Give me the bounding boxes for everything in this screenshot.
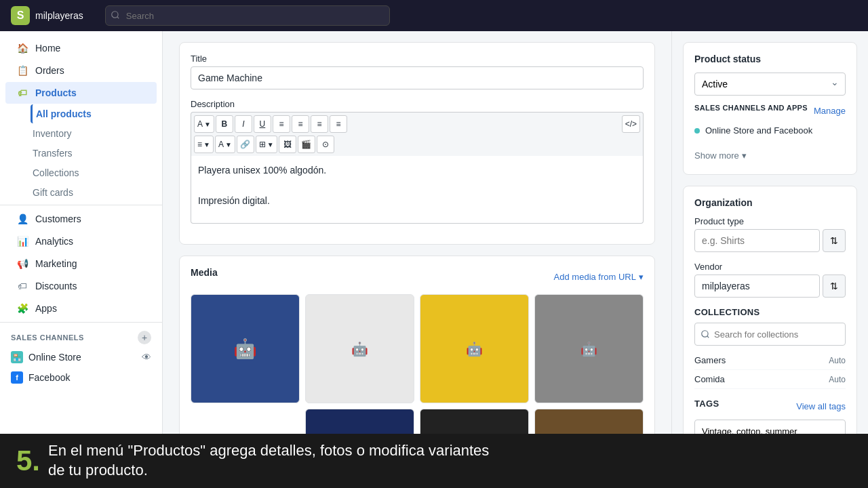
chevron-down-icon: ▾ xyxy=(742,150,747,161)
media-item-4[interactable]: 🤖 xyxy=(534,294,644,403)
media-item-2[interactable]: 🤖 xyxy=(305,294,414,403)
sidebar-item-collections[interactable]: Collections xyxy=(33,163,157,182)
sidebar-item-inventory[interactable]: Inventory xyxy=(33,124,157,143)
organization-card: Organization Product type ⇅ Vendor ⇅ COL… xyxy=(683,186,857,434)
title-card: Title Description A ▼ B I U ≡ ≡ ≡ ≡ xyxy=(179,42,655,245)
vendor-group: Vendor ⇅ xyxy=(694,262,846,298)
discounts-icon: 🏷 xyxy=(16,280,28,292)
online-store-label: Online Store xyxy=(28,352,81,363)
bold-button[interactable]: B xyxy=(216,115,233,133)
store-icon: 🏪 xyxy=(11,351,23,363)
sidebar-item-gift-cards[interactable]: Gift cards xyxy=(33,183,157,202)
table-select[interactable]: ⊞ ▼ xyxy=(256,136,277,153)
main-layout: 🏠 Home 📋 Orders 🏷 Products All products … xyxy=(0,31,868,434)
sidebar-label-marketing: Marketing xyxy=(35,258,77,269)
tshirt-graphic-2: 🤖 xyxy=(306,295,414,403)
svg-line-1 xyxy=(117,17,119,19)
sidebar-item-products[interactable]: 🏷 Products xyxy=(5,82,157,104)
sidebar-item-facebook[interactable]: f Facebook xyxy=(0,367,162,388)
collection-item-comida: Comida Auto xyxy=(694,370,846,389)
sidebar-item-transfers[interactable]: Transfers xyxy=(33,144,157,163)
collection-badge-comida: Auto xyxy=(829,375,846,384)
link-button[interactable]: 🔗 xyxy=(237,136,254,153)
main-content: Title Description A ▼ B I U ≡ ≡ ≡ ≡ xyxy=(163,31,671,434)
vendor-input[interactable] xyxy=(694,274,820,298)
align-right-button[interactable]: ≡ xyxy=(330,115,347,133)
vendor-label: Vendor xyxy=(694,262,846,272)
media-item-5[interactable]: 🤖 xyxy=(305,409,414,434)
media-item-7[interactable]: 🤖 xyxy=(534,409,644,434)
description-editor[interactable]: Playera unisex 100% algodón. Impresión d… xyxy=(191,156,644,224)
bullet-list-button[interactable]: ≡ xyxy=(273,115,290,133)
collections-search-icon xyxy=(701,329,710,339)
sidebar-item-home[interactable]: 🏠 Home xyxy=(5,37,157,59)
product-type-label: Product type xyxy=(694,216,846,226)
collections-title: COLLECTIONS xyxy=(694,307,846,317)
sidebar-item-apps[interactable]: 🧩 Apps xyxy=(5,298,157,319)
italic-button[interactable]: I xyxy=(235,115,252,133)
collections-search-input[interactable] xyxy=(714,329,840,340)
status-select[interactable]: Active Draft xyxy=(694,73,846,96)
editor-toolbar: A ▼ B I U ≡ ≡ ≡ ≡ </> ≡ ▼ A ▼ 🔗 ⊞ xyxy=(191,112,644,156)
video-button[interactable]: 🎬 xyxy=(298,136,315,153)
tags-input[interactable] xyxy=(694,420,846,434)
store-name: milplayeras xyxy=(35,10,83,21)
product-type-stepper[interactable]: ⇅ xyxy=(823,229,846,252)
manage-link[interactable]: Manage xyxy=(814,106,846,116)
organization-title: Organization xyxy=(694,197,846,208)
vendor-stepper[interactable]: ⇅ xyxy=(823,274,846,298)
align-center-button[interactable]: ≡ xyxy=(311,115,328,133)
indent-select[interactable]: ≡ ▼ xyxy=(194,136,214,153)
analytics-icon: 📊 xyxy=(16,235,28,247)
facebook-label: Facebook xyxy=(28,372,70,383)
sidebar-item-all-products[interactable]: All products xyxy=(31,104,157,123)
emoji-button[interactable]: ⊙ xyxy=(317,136,334,153)
add-media-link[interactable]: Add media from URL ▾ xyxy=(554,272,644,282)
view-all-tags-link[interactable]: View all tags xyxy=(796,401,846,411)
title-input[interactable] xyxy=(191,66,644,89)
media-item-6[interactable]: 🤖 xyxy=(420,409,529,434)
tshirt-graphic-6: 🤖 xyxy=(420,409,528,434)
media-item-1[interactable]: 🤖 xyxy=(191,294,300,403)
status-select-wrap: Active Draft xyxy=(694,73,846,96)
font-select[interactable]: A ▼ xyxy=(194,115,214,133)
channels-section: SALES CHANNELS AND APPS Manage Online St… xyxy=(694,104,846,138)
show-more-button[interactable]: Show more ▾ xyxy=(694,148,846,163)
svg-line-3 xyxy=(707,336,709,338)
add-media-label: Add media from URL xyxy=(554,272,636,282)
title-label: Title xyxy=(191,54,644,64)
sidebar-item-customers[interactable]: 👤 Customers xyxy=(5,208,157,230)
collection-name-comida: Comida xyxy=(694,374,725,384)
sidebar-item-online-store[interactable]: 🏪 Online Store 👁 xyxy=(0,347,162,367)
sidebar: 🏠 Home 📋 Orders 🏷 Products All products … xyxy=(0,31,163,434)
description-group: Description A ▼ B I U ≡ ≡ ≡ ≡ </> xyxy=(191,99,644,224)
align-left-button[interactable]: ≡ xyxy=(292,115,309,133)
tshirt-graphic-3: 🤖 xyxy=(420,295,528,403)
svg-point-0 xyxy=(112,12,118,18)
image-button[interactable]: 🖼 xyxy=(279,136,296,153)
sidebar-label-customers: Customers xyxy=(35,214,81,224)
facebook-icon: f xyxy=(11,371,23,384)
orders-icon: 📋 xyxy=(16,64,28,77)
sidebar-item-orders[interactable]: 📋 Orders xyxy=(5,60,157,81)
sidebar-item-discounts[interactable]: 🏷 Discounts xyxy=(5,275,157,297)
product-type-input[interactable] xyxy=(694,229,820,252)
sidebar-label-apps: Apps xyxy=(35,303,57,314)
underline-button[interactable]: U xyxy=(254,115,271,133)
sidebar-item-analytics[interactable]: 📊 Analytics xyxy=(5,230,157,252)
banner-text: En el menú "Productos" agrega detalles, … xyxy=(48,441,489,480)
search-input[interactable] xyxy=(105,5,390,26)
banner-number: 5. xyxy=(16,447,40,475)
sidebar-item-marketing[interactable]: 📢 Marketing xyxy=(5,253,157,274)
eye-icon[interactable]: 👁 xyxy=(142,352,151,363)
description-line1: Playera unisex 100% algodón. xyxy=(198,163,636,178)
add-channel-button[interactable]: + xyxy=(138,331,151,344)
media-item-3[interactable]: 🤖 xyxy=(420,294,529,403)
media-grid: 🤖 🤖 🤖 🤖 🤖 xyxy=(191,294,644,434)
text-color-select[interactable]: A ▼ xyxy=(215,136,235,153)
topbar-logo: S milplayeras xyxy=(11,6,83,25)
collections-section: COLLECTIONS Gamers Auto Comida Auto xyxy=(694,307,846,389)
channel-item: Online Store and Facebook xyxy=(694,123,846,138)
media-header: Media Add media from URL ▾ xyxy=(191,267,644,286)
code-button[interactable]: </> xyxy=(622,115,640,133)
